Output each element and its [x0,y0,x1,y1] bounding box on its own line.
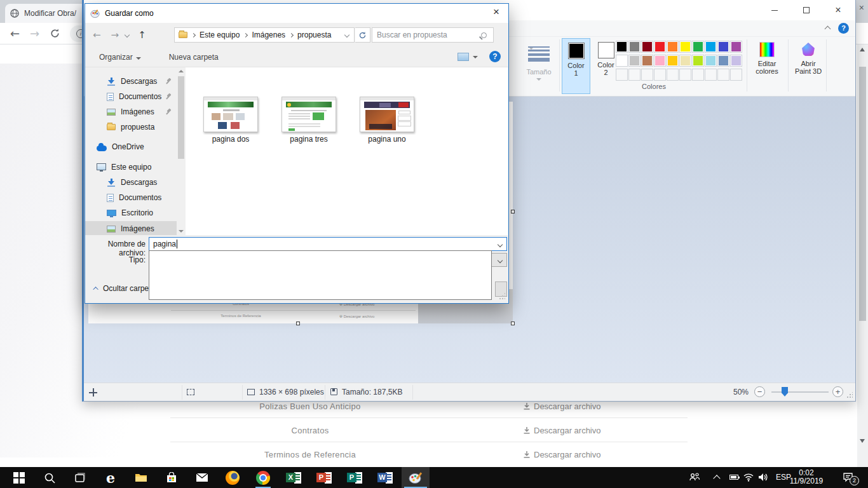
sidebar-item-onedrive[interactable]: OneDrive [85,139,177,154]
taskbar-button-edge[interactable]: e [97,467,125,488]
sidebar-item-imágenes[interactable]: Imágenes [85,104,177,119]
volume-icon[interactable] [758,473,768,482]
clock[interactable]: 0:02 11/9/2019 [784,469,829,485]
palette-swatch[interactable] [667,41,679,53]
tray-expand-icon[interactable] [713,475,720,482]
palette-swatch[interactable] [616,41,628,53]
chrome-close-icon[interactable]: × [859,3,864,13]
up-icon[interactable]: ↑ [138,29,146,41]
sidebar-item-propuesta[interactable]: propuesta [85,119,177,135]
breadcrumb-item[interactable]: propuesta [297,30,331,39]
palette-swatch-empty[interactable] [628,69,641,81]
zoom-in-button[interactable]: + [832,386,843,397]
dialog-help-icon[interactable]: ? [489,51,501,62]
organize-button[interactable]: Organizar [99,53,141,62]
palette-swatch[interactable] [654,55,666,67]
palette-swatch[interactable] [692,41,704,53]
taskbar-button-task-view[interactable] [66,467,94,488]
sidebar-item-imágenes[interactable]: Imágenes [85,221,177,235]
palette-swatch[interactable] [705,55,717,67]
palette-swatch[interactable] [730,55,742,67]
taskbar-button-start[interactable] [5,467,33,488]
palette-swatch-empty[interactable] [641,69,653,81]
scroll-down-arrow-icon[interactable] [860,439,865,443]
palette-swatch[interactable] [717,41,729,53]
scroll-up-arrow-icon[interactable] [179,70,184,72]
file-item[interactable]: pagina tres [280,97,338,144]
palette-swatch[interactable] [679,41,691,53]
sidebar-scrollbar[interactable] [177,67,186,235]
breadcrumb[interactable]: Este equipo Imágenes propuesta [174,27,355,43]
zoom-out-button[interactable]: − [754,386,765,397]
sidebar-item-este-equipo[interactable]: Este equipo [85,159,177,175]
palette-swatch-empty[interactable] [616,69,628,81]
window-resize-grip[interactable] [846,392,853,398]
new-folder-button[interactable]: Nueva carpeta [169,53,219,62]
palette-swatch-empty[interactable] [717,69,729,81]
scroll-down-arrow-icon[interactable] [179,230,184,233]
palette-swatch[interactable] [667,55,679,67]
breadcrumb-item[interactable]: Este equipo [200,30,240,39]
filename-dropdown-icon[interactable] [498,242,503,247]
zoom-slider-thumb[interactable] [782,387,788,396]
palette-swatch[interactable] [705,41,717,53]
download-link[interactable]: Descargar archivo [523,418,601,442]
refresh-button[interactable] [355,27,370,43]
paint-help-icon[interactable]: ? [838,23,849,34]
file-item[interactable]: pagina dos [201,97,260,144]
palette-swatch[interactable] [654,41,666,53]
browser-back-icon[interactable]: ← [10,27,20,40]
taskbar-button-word[interactable]: W [371,467,399,488]
filename-input[interactable]: pagina [149,237,507,251]
forward-icon[interactable]: → [111,29,119,41]
palette-swatch[interactable] [641,55,653,67]
taskbar-button-excel[interactable]: X [280,467,308,488]
sidebar-item-descargas[interactable]: Descargas [85,175,177,190]
edit-colors-button[interactable]: Editar colores [749,38,785,94]
view-mode-button[interactable] [458,53,469,61]
palette-swatch[interactable] [679,55,691,67]
palette-swatch[interactable] [628,55,641,67]
dialog-close-button[interactable]: × [487,4,506,22]
view-mode-dropdown-icon[interactable] [473,56,478,58]
taskbar-button-search[interactable] [36,467,64,488]
wifi-icon[interactable] [743,473,754,482]
taskbar-button-chrome[interactable] [249,467,277,488]
palette-swatch-empty[interactable] [730,69,742,81]
canvas-resize-handle-bottom[interactable] [296,322,300,325]
taskbar-button-mail[interactable] [188,467,216,488]
browser-reload-icon[interactable] [50,28,60,39]
scrollbar-thumb[interactable] [859,67,866,321]
minimize-button[interactable] [760,0,789,20]
scroll-up-arrow-icon[interactable] [860,48,865,51]
taskbar-button-file-explorer[interactable] [127,467,155,488]
palette-swatch-empty[interactable] [692,69,704,81]
palette-swatch[interactable] [628,41,641,53]
page-scrollbar[interactable] [857,44,868,467]
collapse-ribbon-icon[interactable] [825,26,831,32]
taskbar-button-paint[interactable] [402,467,430,488]
back-icon[interactable]: ← [93,29,101,41]
breadcrumb-item[interactable]: Imágenes [252,30,285,39]
canvas-resize-handle-corner[interactable] [511,322,515,325]
taskbar-button-publisher[interactable]: P [341,467,369,488]
sidebar-item-escritorio[interactable]: Escritorio [85,205,177,220]
palette-swatch[interactable] [692,55,704,67]
taskbar-button-powerpoint[interactable]: P [310,467,338,488]
battery-icon[interactable] [729,475,738,480]
taskbar-button-firefox[interactable] [219,467,247,488]
dialog-resize-grip[interactable] [498,293,505,300]
file-item[interactable]: pagina uno [358,97,416,144]
sidebar-item-documentos[interactable]: Documentos [85,190,177,205]
scrollbar-thumb[interactable] [178,76,184,159]
close-button[interactable]: × [824,0,853,20]
search-input[interactable]: Buscar en propuesta [372,27,494,43]
palette-swatch-empty[interactable] [654,69,666,81]
taskbar-button-store[interactable] [158,467,186,488]
palette-swatch[interactable] [717,55,729,67]
canvas-resize-handle-right[interactable] [511,210,515,214]
filename-suggestions-dropdown[interactable] [149,250,492,300]
download-link[interactable]: Descargar archivo [523,442,601,466]
sidebar-item-documentos[interactable]: Documentos [85,89,177,104]
palette-swatch[interactable] [616,55,628,67]
